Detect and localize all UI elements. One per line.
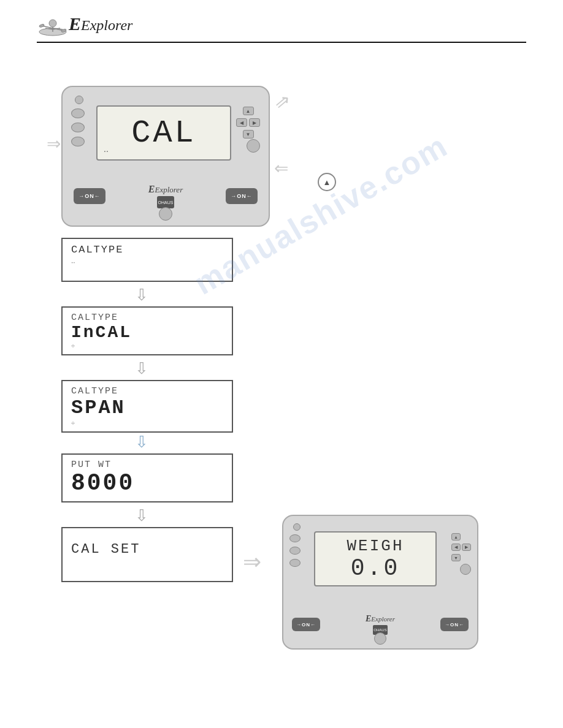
scale-display-top: CAL ·· [96,105,231,161]
svg-point-1 [49,20,56,27]
circle-btn-bottom[interactable] [374,632,386,645]
cal-set-label: CAL SET [71,542,223,557]
onoff-btn-left-bottom[interactable]: →ON← [292,618,320,631]
onoff-btn-right-bottom[interactable]: →ON← [440,618,469,631]
put-wt-value: 8000 [71,470,223,496]
power-button-bottom[interactable] [293,523,301,531]
brand-text-top: EExplorer [148,184,183,195]
caltype-incal-value: InCAL [71,323,223,342]
header-divider [37,42,526,43]
logo-figure [37,13,69,40]
left-btn-b3[interactable] [289,559,301,567]
scale-display-dots-top: ·· [104,146,109,156]
scale-bottom-bar-top: →ON← EExplorer OHAUS →ON← [74,184,258,208]
right-nav-buttons-bottom: ▲ ◀ ▶ ▼ [451,533,471,561]
caltype-empty-dots: ·· [71,258,223,267]
nav-btn-down[interactable]: ▼ [243,130,254,138]
left-btn-2[interactable] [71,123,85,132]
nav-btn-up[interactable]: ▲ [243,107,254,115]
arrow-top-annotation: ⇒ [269,88,295,115]
nav-btn-left[interactable]: ◀ [236,118,247,127]
right-nav-buttons-top: ▲ ◀ ▶ ▼ [236,107,260,138]
flow-box-caltype-incal: CALTYPE InCAL ÷ [61,306,233,355]
nav-btn-right-b[interactable]: ▶ [462,544,471,551]
flow-arrow-1: ⇩ [135,286,148,305]
scale-display-bottom: WEIGH 0.0 [314,531,437,586]
weigh-label: WEIGH [347,537,404,555]
scale-bottom-bar-bottom: →ON← EExplorer OHAUS →ON← [292,614,469,635]
left-btn-b2[interactable] [289,547,301,555]
brand-text-bottom: EExplorer [366,614,395,624]
nav-btn-up-b[interactable]: ▲ [451,533,461,540]
big-right-arrow: ⇒ [243,549,261,575]
ohaus-logo-top: OHAUS [157,196,174,208]
scale-body-bottom: WEIGH 0.0 ▲ ◀ ▶ ▼ →ON← EExplorer OHAUS →… [282,515,478,650]
caltype-span-label: CALTYPE [71,386,223,396]
right-extra-btn[interactable] [247,139,260,153]
scale-device-bottom: WEIGH 0.0 ▲ ◀ ▶ ▼ →ON← EExplorer OHAUS →… [282,515,478,650]
nav-btn-right[interactable]: ▶ [249,118,260,127]
left-btn-3[interactable] [71,137,85,146]
flow-arrow-3: ⇩ [135,433,148,452]
nav-btn-down-b[interactable]: ▼ [451,554,461,561]
left-btn-b1[interactable] [289,534,301,542]
onoff-btn-right-top[interactable]: →ON← [226,188,258,204]
flow-arrow-2: ⇩ [135,359,148,378]
flow-box-cal-set: CAL SET [61,527,233,582]
caltype-span-cursor: ÷ [71,419,223,427]
nav-btn-left-b[interactable]: ◀ [451,544,461,551]
arrow-left-annotation: ⇒ [47,134,61,154]
flow-arrow-4: ⇩ [135,506,148,525]
power-button-top[interactable] [75,96,83,104]
onoff-btn-left-top[interactable]: →ON← [74,188,105,204]
scale-body-top: CAL ·· ▲ ◀ ▶ ▼ →ON← EExplorer OHAUS →ON← [61,86,270,227]
caltype-incal-label: CALTYPE [71,313,223,323]
caltype-span-value: SPAN [71,396,223,419]
left-buttons-top [71,108,85,146]
left-buttons-bottom [289,534,301,567]
header: EExplorer [69,13,132,34]
flow-box-caltype-empty: CALTYPE ·· [61,238,233,282]
arrow-right-annotation: ⇐ [274,158,288,178]
scale-display-value-top: CAL [131,115,196,151]
up-button-annotation: ▲ [318,173,336,191]
right-extra-btn-b[interactable] [460,564,471,575]
header-title: EExplorer [69,13,132,34]
put-wt-label: PUT WT [71,460,223,470]
weigh-value: 0.0 [351,555,400,582]
caltype-incal-cursor: ÷ [71,342,223,349]
svg-point-6 [39,24,45,28]
flow-box-caltype-span: CALTYPE SPAN ÷ [61,380,233,433]
left-btn-1[interactable] [71,108,85,118]
flow-box-put-wt: PUT WT 8000 [61,453,233,502]
circle-btn-top[interactable] [159,207,172,221]
scale-device-top: CAL ·· ▲ ◀ ▶ ▼ →ON← EExplorer OHAUS →ON← [61,86,270,227]
caltype-empty-label: CALTYPE [71,244,223,256]
